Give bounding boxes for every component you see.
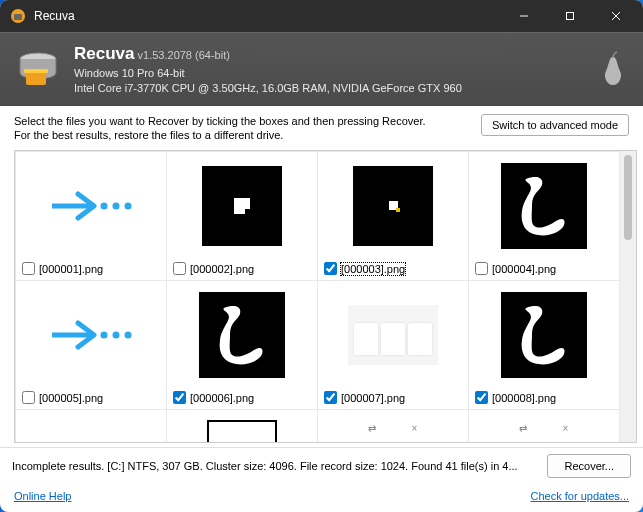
file-thumbnail xyxy=(167,152,317,259)
svg-point-11 xyxy=(113,202,120,209)
file-cell[interactable]: [000006].png xyxy=(167,281,317,409)
file-cell[interactable]: ⇄×+ xyxy=(469,410,619,442)
titlebar: Recuva xyxy=(0,0,643,32)
app-logo-icon xyxy=(16,47,60,91)
file-thumbnail: ⇄×+ xyxy=(469,410,619,442)
svg-rect-1 xyxy=(14,14,22,20)
partial-icon xyxy=(207,420,277,442)
file-cell[interactable] xyxy=(167,410,317,442)
file-thumbnail xyxy=(318,152,468,259)
svg-point-12 xyxy=(125,202,132,209)
recover-button[interactable]: Recover... xyxy=(547,454,631,478)
gothic-l-icon xyxy=(501,163,587,249)
vertical-scrollbar[interactable] xyxy=(620,151,636,442)
file-cell[interactable]: [000007].png xyxy=(318,281,468,409)
file-name: [000004].png xyxy=(492,263,556,275)
file-thumbnail xyxy=(16,152,166,259)
file-cell[interactable]: [000008].png xyxy=(469,281,619,409)
file-checkbox[interactable] xyxy=(22,262,35,275)
file-thumbnail: ⇄× xyxy=(318,410,468,442)
file-thumbnail xyxy=(167,281,317,388)
file-checkbox[interactable] xyxy=(324,391,337,404)
file-name: [000002].png xyxy=(190,263,254,275)
status-text: Incomplete results. [C:] NTFS, 307 GB. C… xyxy=(12,460,537,472)
file-thumbnail xyxy=(16,281,166,388)
file-name: [000007].png xyxy=(341,392,405,404)
window-title: Recuva xyxy=(34,9,501,23)
instructions-row: Select the files you want to Recover by … xyxy=(0,106,643,149)
svg-point-15 xyxy=(113,331,120,338)
file-name: [000006].png xyxy=(190,392,254,404)
file-thumbnail xyxy=(469,281,619,388)
online-help-link[interactable]: Online Help xyxy=(14,490,71,502)
bw-square-small-icon xyxy=(353,166,433,246)
svg-rect-8 xyxy=(24,69,48,73)
cards-icon xyxy=(348,305,438,365)
svg-point-16 xyxy=(125,331,132,338)
svg-point-14 xyxy=(101,331,108,338)
arrow-dots-icon xyxy=(46,176,136,236)
links-bar: Online Help Check for updates... xyxy=(0,484,643,512)
hw-info: Intel Core i7-3770K CPU @ 3.50GHz, 16.0G… xyxy=(74,82,462,94)
file-name: [000008].png xyxy=(492,392,556,404)
app-name: Recuva xyxy=(74,44,134,63)
pear-icon xyxy=(599,51,627,87)
file-thumbnail xyxy=(469,152,619,259)
file-thumbnail xyxy=(167,410,317,442)
file-name: [000005].png xyxy=(39,392,103,404)
close-button[interactable] xyxy=(593,0,639,32)
file-grid: [000001].png[000002].png[000003].png[000… xyxy=(15,151,620,442)
symbols-icon: ⇄×+ xyxy=(501,416,587,442)
blank-icon xyxy=(61,420,121,442)
footer-bar: Incomplete results. [C:] NTFS, 307 GB. C… xyxy=(0,447,643,484)
svg-point-10 xyxy=(101,202,108,209)
file-thumbnail xyxy=(318,281,468,388)
maximize-button[interactable] xyxy=(547,0,593,32)
advanced-mode-button[interactable]: Switch to advanced mode xyxy=(481,114,629,136)
app-icon xyxy=(10,8,26,24)
file-cell[interactable] xyxy=(16,410,166,442)
gothic-l-icon xyxy=(501,292,587,378)
gothic-l-icon xyxy=(199,292,285,378)
os-info: Windows 10 Pro 64-bit xyxy=(74,67,185,79)
file-checkbox[interactable] xyxy=(475,262,488,275)
results-panel: [000001].png[000002].png[000003].png[000… xyxy=(14,150,637,443)
minimize-button[interactable] xyxy=(501,0,547,32)
file-checkbox[interactable] xyxy=(173,391,186,404)
file-cell[interactable]: ⇄× xyxy=(318,410,468,442)
file-cell[interactable]: [000002].png xyxy=(167,152,317,280)
check-updates-link[interactable]: Check for updates... xyxy=(531,490,629,502)
file-name: [000003].png xyxy=(341,263,405,275)
header: Recuva v1.53.2078 (64-bit) Windows 10 Pr… xyxy=(0,32,643,106)
file-cell[interactable]: [000003].png xyxy=(318,152,468,280)
file-cell[interactable]: [000001].png xyxy=(16,152,166,280)
bw-square-icon xyxy=(202,166,282,246)
file-checkbox[interactable] xyxy=(475,391,488,404)
instruction-line1: Select the files you want to Recover by … xyxy=(14,115,426,127)
arrow-dots-icon xyxy=(46,305,136,365)
app-window: Recuva Recuva v1.53.2078 (64-bit) Window… xyxy=(0,0,643,512)
file-cell[interactable]: [000004].png xyxy=(469,152,619,280)
symbols-icon: ⇄× xyxy=(350,416,436,442)
file-checkbox[interactable] xyxy=(324,262,337,275)
instruction-line2: For the best results, restore the files … xyxy=(14,129,283,141)
file-name: [000001].png xyxy=(39,263,103,275)
file-cell[interactable]: [000005].png xyxy=(16,281,166,409)
file-thumbnail xyxy=(16,410,166,442)
file-checkbox[interactable] xyxy=(22,391,35,404)
svg-rect-7 xyxy=(26,71,46,85)
file-checkbox[interactable] xyxy=(173,262,186,275)
app-version: v1.53.2078 (64-bit) xyxy=(138,49,230,61)
svg-rect-3 xyxy=(567,13,574,20)
